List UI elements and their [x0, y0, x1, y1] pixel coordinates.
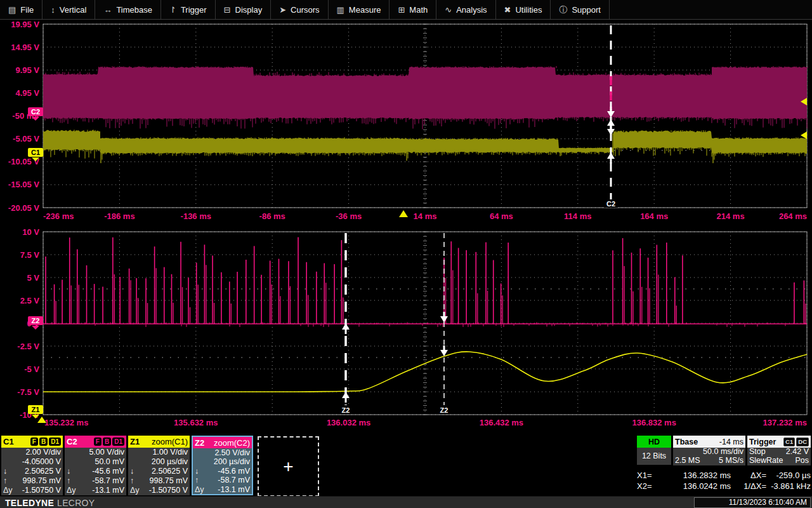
svg-text:136.832 ms: 136.832 ms: [632, 418, 676, 427]
x1-label: X1=: [637, 470, 664, 481]
svg-text:-136 ms: -136 ms: [181, 211, 211, 221]
svg-text:4.95 V: 4.95 V: [15, 88, 39, 98]
delta-y-label: Δy: [67, 486, 79, 495]
sample-count: 2.5 MS: [675, 457, 700, 465]
svg-text:136.432 ms: 136.432 ms: [480, 418, 523, 427]
delta-y-label: Δy: [3, 486, 16, 495]
svg-text:-20.05 V: -20.05 V: [8, 203, 39, 213]
c2-header[interactable]: C2 F B D1: [65, 436, 126, 448]
svg-text:19.95 V: 19.95 V: [11, 20, 39, 29]
c1-badge-d1: D1: [49, 438, 61, 446]
svg-text:114 ms: 114 ms: [564, 211, 591, 221]
timebase-box[interactable]: Tbase -14 ms 50.0 ms/div 2.5 MS5 MS/s: [673, 436, 745, 465]
oscilloscope-app: ▤File↕Vertical↔Timebase↾Trigger⊟Display➤…: [0, 0, 812, 508]
timebase-header: Tbase -14 ms: [673, 436, 745, 448]
c1-badge-f: F: [30, 438, 38, 446]
svg-text:Z2: Z2: [32, 317, 40, 324]
c2-badge-b: B: [103, 438, 111, 446]
delta-y-label: Δy: [130, 486, 143, 495]
trigger-level: 2.42 V: [786, 448, 809, 457]
timebase-offset: -14 ms: [719, 438, 743, 446]
invdx-label: 1/ΔX=: [731, 481, 766, 491]
x1-value: 136.2832 ms: [664, 470, 731, 481]
svg-text:C1: C1: [31, 149, 40, 156]
timebase-values: 50.0 ms/div 2.5 MS5 MS/s: [673, 448, 745, 465]
svg-text:135.632 ms: 135.632 ms: [174, 418, 218, 427]
hd-header: HD: [637, 436, 671, 448]
svg-text:-5 V: -5 V: [24, 364, 39, 374]
svg-text:14 ms: 14 ms: [414, 211, 437, 221]
svg-text:-2.5 V: -2.5 V: [17, 342, 39, 351]
c2-values: 5.00 V/div 50.0 mV ↓-45.6 mV ↑-58.7 mV Δ…: [65, 448, 126, 495]
scope-display: 19.95 V14.95 V9.95 V4.95 V-50 mV-5.05 V-…: [0, 0, 812, 508]
hd-acquisition-box[interactable]: HD 12 Bits: [637, 436, 671, 465]
z2-header[interactable]: Z2 zoom(C2): [193, 437, 252, 448]
svg-text:10 V: 10 V: [22, 227, 39, 237]
dx-value: -259.0 µs: [766, 470, 811, 481]
svg-text:14.95 V: 14.95 V: [11, 43, 39, 52]
svg-text:-186 ms: -186 ms: [104, 211, 134, 221]
trigger-coupling-badge: DC: [796, 438, 809, 446]
sample-rate: 5 MS/s: [719, 457, 743, 465]
z2-source: zoom(C2): [214, 438, 250, 448]
svg-text:Z1: Z1: [32, 406, 40, 413]
top-grid: 19.95 V14.95 V9.95 V4.95 V-50 mV-5.05 V-…: [8, 20, 808, 222]
c1-values: 2.00 V/div -4.05000 V ↓2.50625 V ↑998.75…: [1, 448, 63, 495]
trigger-box[interactable]: Trigger C1 DC Stop2.42 V SlewRatePos: [747, 436, 811, 465]
datetime-display[interactable]: 11/13/2023 6:10:40 AM: [694, 497, 811, 508]
cursor-down-icon: ↓: [130, 467, 143, 476]
svg-text:135.232 ms: 135.232 ms: [44, 418, 88, 427]
svg-text:C2: C2: [31, 108, 40, 116]
svg-text:-86 ms: -86 ms: [259, 211, 285, 221]
plus-icon: +: [283, 457, 293, 477]
svg-text:5 V: 5 V: [27, 273, 39, 283]
delta-y-label: Δy: [195, 485, 207, 494]
svg-text:C2: C2: [606, 200, 615, 208]
c1-name: C1: [3, 437, 14, 446]
svg-text:7.5 V: 7.5 V: [20, 250, 40, 260]
add-trace-button[interactable]: +: [258, 436, 319, 497]
trigger-header: Trigger C1 DC: [747, 436, 811, 448]
cursor-readout: X1= 136.2832 ms ΔX= -259.0 µs X2= 136.02…: [637, 470, 811, 491]
bottom-grid: 10 V7.5 V5 V2.5 V0 V-2.5 V-5 V-7.5 V-10 …: [17, 227, 807, 428]
z1-header[interactable]: Z1 zoom(C1): [128, 436, 190, 448]
svg-text:214 ms: 214 ms: [717, 211, 745, 221]
c2-badge-d1: D1: [112, 438, 124, 446]
trigger-values: Stop2.42 V SlewRatePos: [747, 448, 811, 465]
trigger-mode: Stop: [749, 448, 766, 457]
zoom-descriptor-z2-selected[interactable]: Z2 zoom(C2) 2.50 V/div 200 µs/div ↓-45.6…: [192, 436, 253, 495]
cursor-down-icon: ↓: [195, 467, 207, 476]
trigger-time-marker[interactable]: [399, 210, 408, 217]
cursor-down-icon: ↓: [3, 467, 16, 476]
svg-text:Z2: Z2: [342, 406, 350, 414]
svg-text:-5.05 V: -5.05 V: [13, 134, 39, 144]
z1-values: 1.00 V/div 200 µs/div ↓2.50625 V ↑998.75…: [128, 448, 190, 495]
zoom-descriptor-z1[interactable]: Z1 zoom(C1) 1.00 V/div 200 µs/div ↓2.506…: [128, 436, 190, 495]
teledyne-lecroy-logo: TELEDYNELECROY: [5, 498, 95, 508]
svg-text:137.232 ms: 137.232 ms: [763, 418, 807, 427]
dx-label: ΔX=: [731, 470, 766, 481]
svg-text:-36 ms: -36 ms: [336, 211, 362, 221]
x2-value: 136.0242 ms: [664, 481, 731, 491]
svg-text:2.5 V: 2.5 V: [20, 296, 40, 305]
cursor-up-icon: ↑: [195, 476, 207, 485]
svg-text:-7.5 V: -7.5 V: [17, 387, 39, 397]
channel-descriptor-c1[interactable]: C1 F B D1 2.00 V/div -4.05000 V ↓2.50625…: [1, 436, 63, 495]
invdx-value: -3.861 kHz: [766, 481, 811, 491]
svg-text:-236 ms: -236 ms: [43, 211, 74, 221]
c2-name: C2: [67, 437, 77, 446]
svg-text:164 ms: 164 ms: [640, 211, 668, 221]
svg-text:264 ms: 264 ms: [779, 211, 807, 221]
hd-bits: 12 Bits: [637, 448, 671, 465]
trigger-source-badge: C1: [783, 438, 795, 446]
channel-descriptor-c2[interactable]: C2 F B D1 5.00 V/div 50.0 mV ↓-45.6 mV ↑…: [65, 436, 126, 495]
status-bar: TELEDYNELECROY 11/13/2023 6:10:40 AM: [0, 496, 812, 508]
x2-label: X2=: [637, 481, 664, 491]
timebase-scale: 50.0 ms/div: [703, 448, 743, 457]
c2-badge-f: F: [94, 438, 102, 446]
svg-text:9.95 V: 9.95 V: [15, 65, 39, 75]
z2-name: Z2: [195, 438, 204, 448]
c1-header[interactable]: C1 F B D1: [1, 436, 63, 448]
trigger-slope: Pos: [795, 457, 809, 465]
svg-text:136.032 ms: 136.032 ms: [327, 418, 370, 427]
